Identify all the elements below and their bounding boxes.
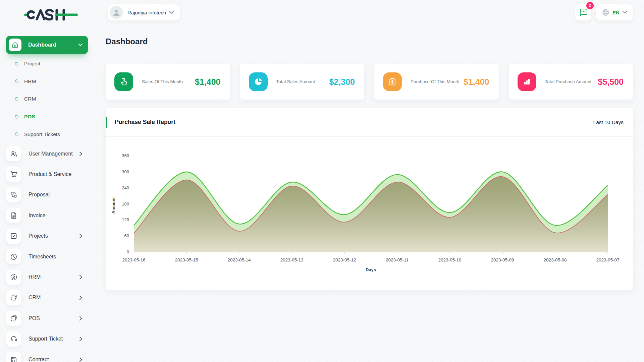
sidebar-item-project[interactable]: Project (0, 55, 94, 73)
sidebar-item-label: Contract (29, 357, 49, 362)
y-axis-tick: 180 (114, 201, 129, 206)
y-axis-tick: 240 (114, 185, 129, 190)
sidebar-item-hrm-module[interactable]: HRM (0, 267, 94, 287)
y-axis-tick: 360 (114, 153, 129, 158)
chevron-right-icon (79, 337, 82, 341)
clock-icon (6, 249, 21, 264)
hand-click-icon (114, 72, 133, 91)
contract-save-icon (6, 352, 21, 362)
company-selector[interactable]: Rajodiya infotech (108, 4, 180, 20)
circle-bullet-icon (14, 97, 19, 102)
page-title: Dashboard (106, 37, 148, 46)
language-code: EN (612, 10, 620, 15)
sidebar-item-invoice[interactable]: Invoice (0, 205, 94, 226)
x-axis-tick: 2023-05-15 (165, 257, 208, 262)
sidebar-item-label: Invoice (29, 213, 46, 219)
stat-label: Total Sales Amount (276, 79, 315, 85)
x-axis-tick: 2023-05-12 (323, 257, 366, 262)
check-square-icon (6, 229, 21, 244)
company-name: Rajodiya infotech (127, 10, 166, 15)
y-axis-tick: 120 (114, 217, 129, 222)
sidebar-item-label: Support Ticket (29, 336, 63, 342)
area-chart (134, 156, 608, 255)
sidebar-item-crm[interactable]: CRM (0, 90, 94, 108)
x-axis-tick: 2023-05-14 (217, 257, 261, 262)
chevron-right-icon (79, 357, 82, 362)
sidebar-item-label: Project (24, 61, 40, 67)
sidebar-item-pos-module[interactable]: POS (0, 308, 94, 328)
bar-chart-icon (518, 72, 536, 91)
chevron-down-icon (169, 11, 174, 14)
x-axis-tick: 2023-05-10 (428, 257, 472, 262)
stat-value: $1,400 (195, 77, 220, 87)
stat-value: $1,400 (464, 77, 489, 87)
x-axis-tick: 2023-05-08 (533, 257, 577, 262)
pie-chart-icon (249, 72, 268, 91)
stat-cards: Sales Of This Month $1,400 Total Sales A… (106, 64, 633, 100)
company-avatar (110, 6, 123, 19)
stat-value: $2,300 (329, 77, 355, 87)
cart-icon (6, 167, 21, 182)
circle-bullet-icon (14, 79, 19, 84)
sidebar-item-dashboard[interactable]: Dashboard (6, 36, 88, 54)
chevron-right-icon (79, 296, 82, 300)
x-axis-tick: 2023-05-07 (586, 257, 630, 262)
chevron-right-icon (79, 275, 82, 280)
chat-badge: 0 (586, 2, 594, 9)
swap-boxes-icon (6, 187, 21, 202)
chevron-down-icon (623, 11, 627, 14)
chat-bubble-icon (579, 8, 588, 17)
stat-card-sales-month: Sales Of This Month $1,400 (106, 64, 230, 100)
dashed-square-icon (6, 311, 21, 326)
sidebar-item-label: HRM (29, 274, 41, 280)
stat-label: Purchase Of This Month (411, 79, 459, 85)
circle-bullet-icon (14, 114, 19, 119)
home-icon (9, 39, 21, 51)
sidebar-item-label: HRM (24, 78, 36, 84)
sidebar-item-crm-module[interactable]: CRM (0, 288, 94, 308)
purchase-sale-chart: Amount Days 0601201802403003602023-05-16… (134, 156, 608, 255)
sidebar-item-contract[interactable]: Contract (0, 349, 94, 362)
sidebar-item-label: POS (24, 114, 35, 120)
sidebar-item-label: CRM (29, 295, 41, 301)
sidebar-item-support-tickets[interactable]: Support Tickets (0, 125, 94, 143)
sidebar-item-label: User Management (29, 151, 73, 157)
stat-label: Total Purchase Amount (545, 79, 592, 85)
circle-bullet-icon (14, 61, 19, 66)
dashboard-submenu: Project HRM CRM POS Support Tickets (0, 55, 94, 143)
sidebar-item-label: Support Tickets (24, 131, 60, 137)
chevron-right-icon (79, 152, 82, 156)
sidebar-item-label: Dashboard (28, 42, 56, 48)
purchase-sale-report-card: Purchase Sale Report Last 10 Days Amount… (106, 108, 633, 290)
headset-icon (6, 331, 21, 347)
x-axis-tick: 2023-05-11 (375, 257, 419, 262)
report-title: Purchase Sale Report (115, 119, 175, 126)
chevron-down-icon (78, 44, 83, 46)
y-axis-tick: 300 (114, 169, 129, 174)
language-selector[interactable]: EN (596, 4, 633, 20)
clipboard-dollar-icon (383, 72, 402, 91)
globe-icon (602, 9, 609, 16)
sidebar-item-proposal[interactable]: Proposal (0, 185, 94, 205)
invoice-file-icon (6, 208, 21, 223)
x-axis-tick: 2023-05-09 (481, 257, 524, 262)
sidebar-item-support-ticket-module[interactable]: Support Ticket (0, 329, 94, 349)
sidebar-item-timesheets[interactable]: Timesheets (0, 246, 94, 267)
sidebar-item-pos[interactable]: POS (0, 108, 94, 126)
user-dashed-circle-icon (6, 270, 21, 285)
messages-button[interactable]: 0 (575, 4, 591, 20)
sidebar-item-label: Proposal (29, 192, 50, 198)
accent-bar (106, 117, 107, 128)
x-axis-tick: 2023-05-16 (112, 257, 156, 262)
stat-value: $5,500 (598, 77, 624, 87)
chevron-right-icon (79, 234, 82, 238)
y-axis-tick: 60 (114, 233, 129, 238)
stat-label: Sales Of This Month (142, 79, 183, 85)
sidebar-item-projects[interactable]: Projects (0, 226, 94, 246)
sidebar-item-label: POS (29, 315, 40, 321)
sidebar-item-product-service[interactable]: Product & Service (0, 164, 94, 184)
sidebar-item-user-management[interactable]: User Management (0, 143, 94, 164)
users-icon (6, 146, 21, 161)
sidebar-item-hrm[interactable]: HRM (0, 73, 94, 90)
sidebar-modules: User Management Product & Service Propos… (0, 143, 94, 362)
